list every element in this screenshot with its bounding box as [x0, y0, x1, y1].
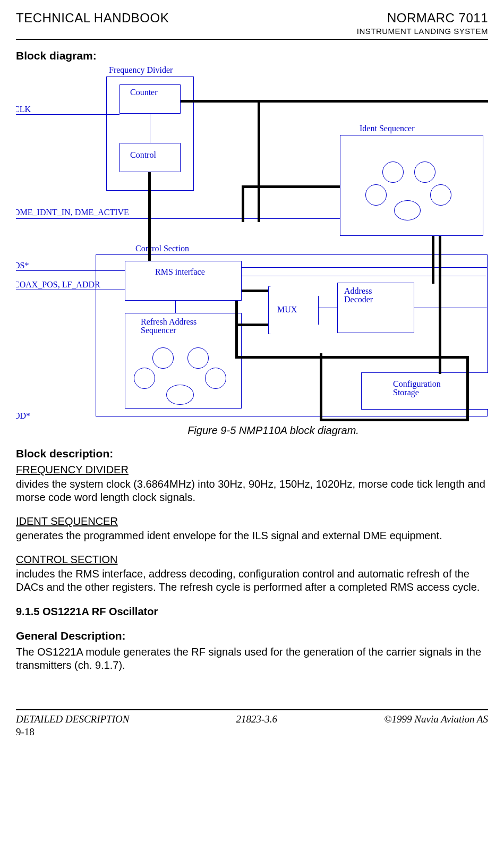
freq-divider-subhead: FREQUENCY DIVIDER	[16, 463, 488, 477]
coax-label: COAX_POS, LF_ADDR	[16, 280, 100, 290]
state-circle-icon	[394, 200, 421, 220]
control-section-body: includes the RMS interface, address deco…	[16, 567, 488, 594]
ident-seq-body: generates the programmed ident envelope …	[16, 529, 488, 542]
bus-v3b	[439, 236, 441, 374]
state-circle-icon	[152, 347, 174, 369]
counter-label: Counter	[130, 88, 158, 97]
footer-right: ©1999 Navia Aviation AS	[384, 713, 488, 725]
state-circle-icon	[187, 347, 209, 369]
block-description-heading: Block description:	[16, 447, 488, 460]
rms-out-line2	[242, 276, 488, 276]
ds-star-line	[16, 270, 125, 271]
bus-h-ident	[242, 185, 340, 188]
footer-center: 21823-3.6	[236, 713, 277, 725]
clk-line	[16, 114, 119, 115]
footer-left: DETAILED DESCRIPTION	[16, 713, 129, 725]
refresh-seq-l2: Sequencer	[141, 326, 176, 335]
general-description-heading: General Description:	[16, 630, 488, 642]
block-diagram-heading: Block diagram:	[16, 49, 488, 62]
header-rule	[16, 39, 488, 40]
state-circle-icon	[205, 368, 226, 389]
clk-label: CLK	[16, 105, 31, 114]
config-storage-l2: Storage	[393, 388, 419, 397]
address-decoder-l2: Decoder	[344, 295, 373, 304]
figure-caption: Figure 9-5 NMP110A block diagram.	[37, 424, 504, 437]
mux-addr-line	[319, 308, 337, 308]
header-subtitle: INSTRUMENT LANDING SYSTEM	[357, 27, 488, 36]
bus-h5	[320, 419, 469, 421]
state-circle-icon	[134, 368, 155, 389]
footer-page-number: 9-18	[16, 726, 488, 738]
numbered-heading: 9.1.5 OS1221A RF Oscillator	[16, 606, 488, 618]
ident-seq-subhead: IDENT SEQUENCER	[16, 515, 488, 528]
state-circle-icon	[166, 385, 194, 405]
bus-v6	[320, 353, 322, 421]
header-left: TECHNICAL HANDBOOK	[16, 11, 169, 26]
ident-sequencer-label: Ident Sequencer	[360, 124, 415, 133]
bus-h4	[235, 356, 469, 359]
rms-out-line1	[242, 267, 488, 268]
state-circle-icon	[430, 184, 451, 206]
coax-line	[16, 290, 125, 290]
control-section-label: Control Section	[135, 244, 189, 253]
mux-label: MUX	[277, 305, 297, 314]
rms-interface-label: RMS interface	[155, 267, 205, 277]
block-diagram: Frequency Divider Counter Control CLK Id…	[16, 63, 488, 424]
dme-label: DME_IDNT_IN, DME_ACTIVE	[16, 208, 129, 217]
bus-v-ident2	[242, 185, 244, 222]
od-star-label: OD*	[16, 411, 30, 421]
bus-h3	[235, 324, 270, 326]
freq-divider-label: Frequency Divider	[109, 65, 173, 75]
header-title: NORMARC 7011	[357, 11, 488, 26]
freq-divider-body: divides the system clock (3.6864MHz) int…	[16, 478, 488, 504]
state-circle-icon	[365, 184, 387, 206]
bus-h1	[181, 100, 488, 103]
bus-v5	[466, 356, 469, 419]
rms-refresh-line	[175, 301, 176, 313]
ident-sequencer-box	[340, 135, 483, 236]
bus-v1	[258, 100, 260, 222]
dme-line	[16, 218, 340, 219]
state-circle-icon	[382, 162, 404, 183]
bus-v3	[432, 236, 434, 284]
control-label: Control	[130, 150, 156, 160]
ds-star-label: DS*	[16, 261, 29, 270]
line-counter-control	[150, 114, 150, 143]
state-circle-icon	[414, 162, 435, 183]
config-storage-box	[361, 372, 488, 410]
footer-rule	[16, 709, 488, 710]
addr-out-line	[414, 308, 488, 308]
control-section-subhead: CONTROL SECTION	[16, 553, 488, 566]
bus-v2	[148, 172, 151, 261]
general-description-body: The OS1221A module generates the RF sign…	[16, 645, 488, 672]
